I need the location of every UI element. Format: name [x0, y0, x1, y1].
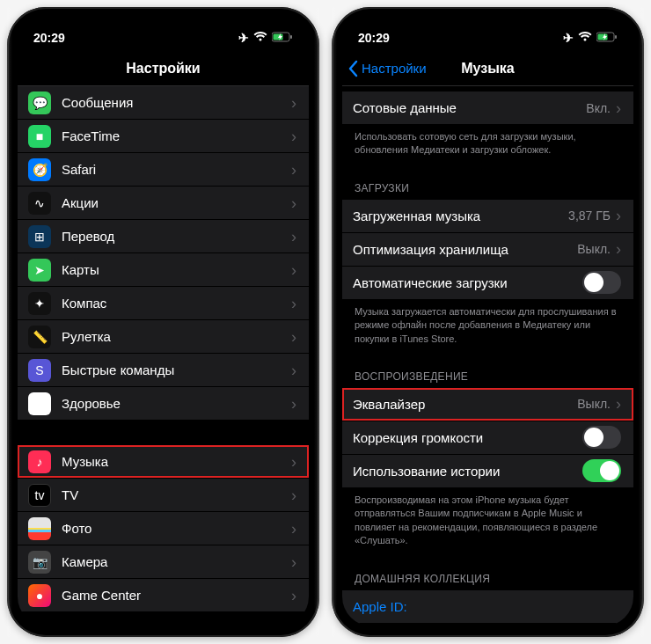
chevron-right-icon: › — [291, 487, 296, 503]
chevron-right-icon: › — [291, 362, 296, 378]
airplane-icon: ✈ — [563, 31, 574, 45]
row-value: Выкл. — [577, 242, 611, 256]
app-icon: ♥ — [28, 392, 51, 415]
row-cellular-data[interactable]: Сотовые данные Вкл. › — [342, 91, 633, 125]
settings-row[interactable]: Оптимизация хранилищаВыкл.› — [342, 233, 633, 267]
row-label: Быстрые команды — [62, 362, 291, 377]
app-icon: ■ — [28, 125, 51, 148]
row-apple-id[interactable]: Apple ID: — [342, 590, 633, 624]
chevron-right-icon: › — [291, 95, 296, 111]
row-label: Фото — [62, 521, 291, 536]
chevron-right-icon: › — [291, 454, 296, 470]
settings-row[interactable]: ✦ Компас › — [18, 287, 309, 320]
chevron-right-icon: › — [291, 162, 296, 178]
row-label: Перевод — [62, 229, 291, 244]
back-button[interactable]: Настройки — [347, 60, 427, 77]
row-label: Акции — [62, 195, 291, 210]
chevron-right-icon: › — [291, 262, 296, 278]
app-icon: tv — [28, 484, 51, 507]
settings-row[interactable]: ♥ Здоровье › — [18, 387, 309, 421]
app-icon: ● — [28, 584, 51, 607]
row-value: Вкл. — [586, 101, 611, 115]
wifi-icon — [578, 31, 592, 45]
toggle-switch[interactable] — [582, 271, 621, 294]
apple-id-link[interactable]: Apple ID: — [353, 599, 621, 614]
toggle-switch[interactable] — [582, 459, 621, 482]
chevron-right-icon: › — [616, 208, 621, 223]
section-footer: Музыка загружается автоматически для про… — [342, 300, 633, 349]
settings-row[interactable]: ■ FaceTime › — [18, 120, 309, 153]
chevron-right-icon: › — [291, 296, 296, 311]
row-label: FaceTime — [62, 128, 291, 143]
settings-row[interactable]: ➤ Карты › — [18, 253, 309, 287]
settings-row[interactable]: ♪ Музыка › — [18, 445, 309, 479]
settings-row[interactable]: 📏 Рулетка › — [18, 320, 309, 354]
chevron-right-icon: › — [616, 396, 621, 412]
chevron-right-icon: › — [616, 100, 621, 116]
app-icon: ⊞ — [28, 225, 51, 248]
battery-icon — [272, 31, 293, 45]
app-icon: ∿ — [28, 192, 51, 215]
settings-row[interactable]: Загруженная музыка3,87 ГБ› — [342, 200, 633, 233]
settings-row[interactable]: Автоматические загрузки — [342, 267, 633, 300]
chevron-right-icon: › — [291, 229, 296, 245]
row-label: Компас — [62, 296, 291, 311]
app-icon: 💬 — [28, 91, 51, 114]
settings-row[interactable]: 🧭 Safari › — [18, 153, 309, 187]
page-title: Музыка — [461, 61, 515, 77]
row-label: Камера — [62, 554, 291, 569]
app-icon: 📏 — [28, 326, 51, 348]
phone-right: 20:29 ✈ Настройки Музыка Сотовые данные — [332, 7, 644, 637]
row-value: Выкл. — [577, 397, 611, 411]
row-label: Сотовые данные — [353, 100, 586, 115]
row-label: Оптимизация хранилища — [353, 242, 577, 257]
settings-row[interactable]: ∿ Акции › — [18, 187, 309, 220]
row-label: Использование истории — [353, 464, 582, 479]
app-icon: ✦ — [28, 292, 51, 315]
toggle-switch[interactable] — [582, 426, 621, 449]
app-icon: ♪ — [28, 450, 51, 473]
section-header-downloads: ЗАГРУЗКИ — [342, 161, 633, 200]
row-label: Эквалайзер — [353, 397, 577, 412]
section-header-privacy: КОНФИДЕНЦИАЛЬНОСТЬ — [342, 624, 633, 626]
settings-row[interactable]: Использование истории — [342, 455, 633, 488]
app-icon: 🧭 — [28, 158, 51, 181]
status-time: 20:29 — [33, 31, 65, 45]
chevron-right-icon: › — [291, 554, 296, 570]
battery-icon — [596, 31, 618, 45]
settings-row[interactable]: tv TV › — [18, 479, 309, 512]
row-label: TV — [62, 487, 291, 502]
settings-row[interactable]: S Быстрые команды › — [18, 354, 309, 387]
chevron-right-icon: › — [291, 588, 296, 604]
chevron-right-icon: › — [291, 329, 296, 345]
settings-row[interactable]: ЭквалайзерВыкл.› — [342, 388, 633, 421]
wifi-icon — [253, 31, 267, 45]
music-settings[interactable]: Сотовые данные Вкл. › Использовать сотов… — [342, 86, 633, 626]
section-footer: Воспроизводимая на этом iPhone музыка бу… — [342, 488, 633, 552]
settings-row[interactable]: 💬 Сообщения › — [18, 86, 309, 120]
settings-row[interactable]: ● Game Center › — [18, 579, 309, 612]
phone-left: 20:29 ✈ Настройки 💬 Сообщения ›■ FaceTim… — [7, 7, 319, 637]
back-label: Настройки — [362, 61, 427, 76]
settings-row[interactable]: Фото › — [18, 512, 309, 545]
row-label: Рулетка — [62, 329, 291, 344]
row-label: Здоровье — [62, 396, 291, 411]
page-title: Настройки — [126, 61, 200, 77]
settings-row[interactable]: Коррекция громкости — [342, 421, 633, 455]
app-icon — [28, 517, 51, 540]
airplane-icon: ✈ — [238, 31, 249, 45]
row-label: Сообщения — [62, 95, 291, 110]
settings-row[interactable]: 📷 Камера › — [18, 545, 309, 579]
row-label: Safari — [62, 162, 291, 177]
row-label: Карты — [62, 262, 291, 277]
chevron-right-icon: › — [291, 128, 296, 144]
settings-row[interactable]: ⊞ Перевод › — [18, 220, 309, 253]
app-icon: 📷 — [28, 551, 51, 574]
app-icon: S — [28, 359, 51, 382]
chevron-right-icon: › — [291, 396, 296, 412]
settings-list[interactable]: 💬 Сообщения ›■ FaceTime ›🧭 Safari ›∿ Акц… — [18, 86, 309, 626]
app-icon: ➤ — [28, 259, 51, 282]
svg-rect-5 — [615, 35, 617, 39]
notch — [422, 18, 554, 39]
row-label: Автоматические загрузки — [353, 275, 582, 290]
